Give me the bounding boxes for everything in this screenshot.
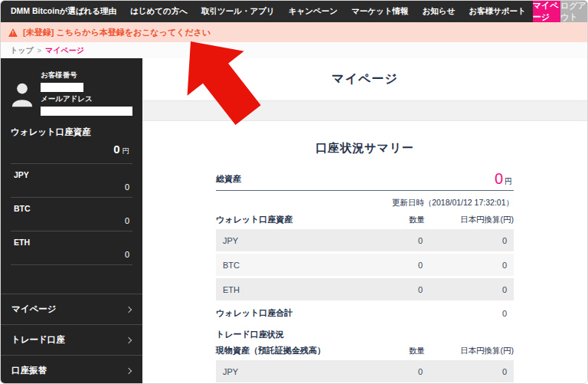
row-label: BTC (223, 261, 358, 270)
row-jpy: 0 (423, 236, 507, 245)
wallet-table-title: ウォレット口座資産 (216, 214, 358, 225)
sidebar-item-mypage[interactable]: マイページ (1, 294, 142, 325)
breadcrumb-home[interactable]: トップ (10, 45, 34, 56)
nav-item-beginners[interactable]: はじめての方へ (123, 6, 194, 17)
wallet-total-row: ウォレット口座合計 0 (216, 307, 514, 319)
trade-section-title: トレード口座状況 (216, 329, 514, 340)
asset-value: 0 (14, 247, 129, 259)
row-label: JPY (223, 236, 358, 245)
menu-item-label: マイページ (11, 304, 57, 315)
user-info-block: お客様番号 メールアドレス (1, 58, 142, 116)
main-content: マイページ 口座状況サマリー 総資産 0円 更新日時（2018/01/12 17… (142, 58, 587, 384)
customer-number-label: お客様番号 (41, 71, 133, 80)
account-summary-panel: 口座状況サマリー 総資産 0円 更新日時（2018/01/12 17:32:01… (142, 121, 587, 384)
row-jpy: 0 (423, 261, 507, 270)
sidebar-wallet-summary: ウォレット口座資産 0円 JPY 0 BTC 0 ETH 0 (11, 126, 132, 265)
asset-label: ETH (14, 238, 129, 247)
sidebar-item-account-transfer[interactable]: 口座振替 (1, 356, 142, 384)
column-quantity: 数量 (358, 215, 425, 225)
row-label: ETH (223, 285, 358, 294)
sidebar-menu: マイページ トレード口座 口座振替 入金・入庫 (1, 294, 142, 384)
registration-alert-bar: [未登録] こちらから本登録をおこなってください (1, 22, 587, 42)
nav-item-campaign[interactable]: キャンペーン (282, 6, 345, 17)
total-assets-unit: 円 (505, 177, 512, 185)
column-jpy-equivalent: 日本円換算(円) (425, 346, 514, 356)
row-label: JPY (223, 367, 358, 376)
sidebar-asset-jpy: JPY 0 (11, 164, 132, 198)
wallet-assets-value: 0 (113, 143, 119, 156)
row-quantity: 0 (358, 367, 423, 376)
row-quantity: 0 (358, 261, 423, 270)
row-jpy: 0 (423, 285, 507, 294)
asset-value: 0 (14, 213, 129, 225)
wallet-assets-total: 0円 (11, 138, 132, 164)
nav-item-support[interactable]: お客様サポート (462, 6, 532, 17)
page-title: マイページ (332, 71, 398, 87)
row-quantity: 0 (358, 285, 423, 294)
nav-links: DMM Bitcoinが選ばれる理由 はじめての方へ 取引ツール・アプリ キャン… (1, 1, 533, 22)
breadcrumb-separator: > (38, 47, 41, 54)
table-row: ETH 0 0 (216, 278, 514, 300)
customer-number-redacted (41, 83, 83, 92)
chevron-right-icon (126, 367, 132, 373)
summary-title: 口座状況サマリー (216, 141, 514, 156)
row-jpy: 0 (423, 367, 507, 376)
nav-item-why-dmm[interactable]: DMM Bitcoinが選ばれる理由 (4, 6, 123, 17)
breadcrumb: トップ > マイページ (1, 42, 587, 58)
wallet-table-header: ウォレット口座資産 数量 日本円換算(円) (216, 214, 514, 225)
mypage-button[interactable]: マイページ (533, 1, 560, 22)
page-header: マイページ (142, 58, 587, 101)
header-divider-strip (142, 101, 587, 121)
dmm-bitcoin-mypage: DMM Bitcoinが選ばれる理由 はじめての方へ 取引ツール・アプリ キャン… (0, 0, 588, 384)
wallet-assets-unit: 円 (122, 146, 130, 155)
updated-timestamp: 更新日時（2018/01/12 17:32:01） (216, 198, 514, 208)
nav-item-market-info[interactable]: マーケット情報 (345, 6, 415, 17)
row-quantity: 0 (358, 236, 423, 245)
chevron-right-icon (126, 336, 132, 343)
table-row: JPY 0 0 (216, 360, 514, 382)
registration-alert-link[interactable]: [未登録] こちらから本登録をおこなってください (23, 27, 211, 38)
email-redacted (41, 107, 132, 116)
user-avatar-icon (11, 80, 34, 116)
menu-item-label: 口座振替 (11, 365, 47, 376)
sidebar-asset-btc: BTC 0 (11, 198, 132, 231)
top-navigation: DMM Bitcoinが選ばれる理由 はじめての方へ 取引ツール・アプリ キャン… (1, 1, 587, 22)
wallet-total-label: ウォレット口座合計 (216, 307, 502, 319)
wallet-total-value: 0 (502, 309, 507, 318)
column-jpy-equivalent: 日本円換算(円) (425, 215, 514, 225)
column-quantity: 数量 (358, 346, 425, 356)
total-assets-value: 0円 (495, 170, 512, 188)
table-row: JPY 0 0 (216, 229, 514, 251)
asset-label: BTC (14, 204, 129, 213)
wallet-assets-label: ウォレット口座資産 (11, 126, 132, 138)
trade-table-title: 現物資産（預託証拠金残高） (216, 345, 358, 356)
total-assets-label: 総資産 (216, 173, 241, 188)
logout-button[interactable]: ログアウト (560, 1, 587, 22)
breadcrumb-current: マイページ (45, 45, 84, 56)
total-assets-number: 0 (495, 170, 503, 187)
sidebar: お客様番号 メールアドレス ウォレット口座資産 0円 JPY 0 BTC 0 (1, 58, 142, 384)
trade-table-header: 現物資産（預託証拠金残高） 数量 日本円換算(円) (216, 345, 514, 356)
asset-value: 0 (14, 179, 129, 192)
sidebar-item-trade-account[interactable]: トレード口座 (1, 325, 142, 356)
total-assets-row: 総資産 0円 (216, 170, 514, 191)
nav-item-tools-apps[interactable]: 取引ツール・アプリ (194, 6, 282, 17)
email-label: メールアドレス (41, 94, 133, 104)
nav-item-news[interactable]: お知らせ (416, 6, 462, 17)
warning-icon (8, 28, 18, 37)
table-row: BTC 0 0 (216, 254, 514, 276)
chevron-right-icon (126, 306, 132, 312)
menu-item-label: トレード口座 (11, 334, 65, 346)
asset-label: JPY (14, 170, 129, 179)
sidebar-asset-eth: ETH 0 (11, 231, 132, 265)
